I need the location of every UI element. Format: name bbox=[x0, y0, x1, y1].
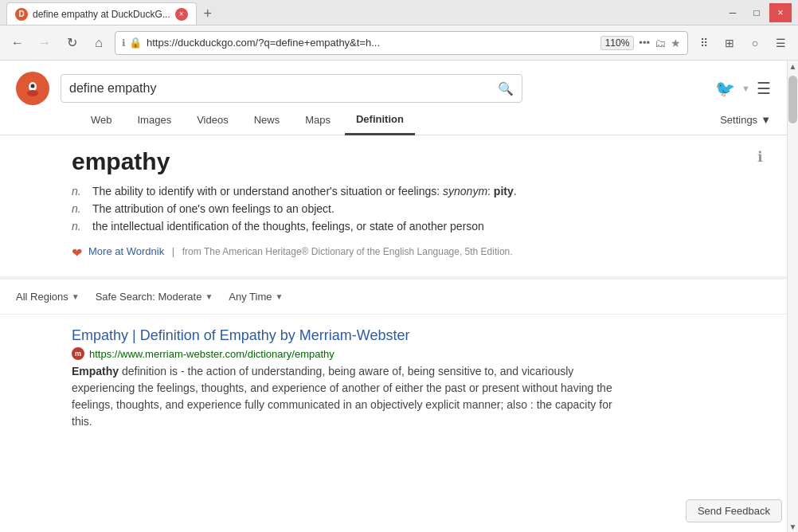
more-at-link[interactable]: More at Wordnik bbox=[88, 245, 164, 257]
more-options-icon[interactable]: ••• bbox=[639, 37, 650, 49]
ddg-right-controls: 🐦 ▼ ☰ bbox=[715, 79, 771, 98]
info-icon: ℹ bbox=[122, 37, 126, 49]
search-icon[interactable]: 🔍 bbox=[498, 81, 514, 96]
safe-search-label: Safe Search: Moderate bbox=[96, 291, 202, 303]
menu-button[interactable]: ☰ bbox=[769, 32, 792, 54]
definition-entry: n. The ability to identify with or under… bbox=[72, 185, 771, 198]
definition-section: ℹ empathy n. The ability to identify wit… bbox=[0, 135, 787, 280]
twitter-icon[interactable]: 🐦 bbox=[715, 79, 735, 98]
scroll-down-button[interactable]: ▼ bbox=[788, 521, 799, 532]
settings-tab[interactable]: Settings ▼ bbox=[720, 114, 771, 126]
result-url[interactable]: https://www.merriam-webster.com/dictiona… bbox=[89, 348, 334, 360]
ddg-header: 🔍 🐦 ▼ ☰ bbox=[0, 61, 787, 105]
more-at-content: More at Wordnik | from The American Heri… bbox=[88, 245, 513, 257]
time-label: Any Time bbox=[229, 291, 272, 303]
part-of-speech: n. bbox=[72, 185, 83, 198]
navigation-bar: ← → ↻ ⌂ ℹ 🔒 https://duckduckgo.com/?q=de… bbox=[0, 25, 798, 61]
definition-text: The ability to identify with or understa… bbox=[92, 185, 517, 198]
tab-title: define empathy at DuckDuckG... bbox=[33, 9, 170, 20]
window-controls: ─ □ × bbox=[722, 3, 798, 22]
svg-point-2 bbox=[31, 84, 35, 88]
search-input[interactable] bbox=[69, 81, 498, 96]
settings-dropdown-icon: ▼ bbox=[761, 114, 771, 126]
send-feedback-button[interactable]: Send Feedback bbox=[686, 499, 782, 522]
account-button[interactable]: ○ bbox=[744, 32, 766, 54]
definition-entry: n. The attribution of one's own feelings… bbox=[72, 202, 771, 215]
scroll-thumb[interactable] bbox=[788, 76, 797, 123]
ddg-logo bbox=[16, 72, 49, 105]
definition-text: The attribution of one's own feelings to… bbox=[92, 202, 334, 215]
tab-definition[interactable]: Definition bbox=[345, 105, 415, 135]
safe-search-filter[interactable]: Safe Search: Moderate ▼ bbox=[96, 291, 213, 303]
time-arrow: ▼ bbox=[275, 292, 283, 301]
heart-icon: ❤ bbox=[72, 245, 82, 260]
tab-favicon: D bbox=[15, 8, 28, 21]
sidebar-toggle[interactable]: ⠿ bbox=[693, 32, 715, 54]
reader-view[interactable]: ⊞ bbox=[718, 32, 741, 54]
restore-button[interactable]: □ bbox=[745, 3, 768, 22]
safe-search-arrow: ▼ bbox=[205, 292, 213, 301]
search-results: Empathy | Definition of Empathy by Merri… bbox=[0, 315, 787, 443]
new-tab-button[interactable]: + bbox=[197, 2, 219, 25]
snippet-text: definition is - the action of understand… bbox=[72, 365, 612, 428]
definition-entries: n. The ability to identify with or under… bbox=[72, 185, 771, 233]
definition-info-icon[interactable]: ℹ bbox=[757, 148, 763, 166]
minimize-button[interactable]: ─ bbox=[722, 3, 744, 22]
result-item: Empathy | Definition of Empathy by Merri… bbox=[72, 327, 771, 430]
bookmark-icon[interactable]: ★ bbox=[671, 37, 681, 49]
scrollbar[interactable]: ▲ ▼ bbox=[787, 61, 798, 532]
main-content: 🔍 🐦 ▼ ☰ Web Images Videos News Maps Defi… bbox=[0, 61, 787, 532]
tab-web[interactable]: Web bbox=[80, 106, 123, 135]
url-security-icons: ℹ 🔒 bbox=[122, 37, 142, 49]
scroll-track[interactable] bbox=[788, 72, 798, 521]
title-bar: D define empathy at DuckDuckG... × + ─ □… bbox=[0, 0, 798, 25]
part-of-speech: n. bbox=[72, 220, 83, 233]
close-button[interactable]: × bbox=[769, 3, 792, 22]
result-title[interactable]: Empathy | Definition of Empathy by Merri… bbox=[72, 327, 410, 343]
source-text: from The American Heritage® Dictionary o… bbox=[182, 246, 513, 257]
more-at-section: ❤ More at Wordnik | from The American He… bbox=[72, 245, 771, 260]
url-text: https://duckduckgo.com/?q=define+empathy… bbox=[147, 37, 596, 49]
refresh-button[interactable]: ↻ bbox=[61, 32, 83, 54]
regions-label: All Regions bbox=[16, 291, 68, 303]
result-favicon: m bbox=[72, 347, 84, 360]
tab-videos[interactable]: Videos bbox=[186, 106, 240, 135]
url-bar[interactable]: ℹ 🔒 https://duckduckgo.com/?q=define+emp… bbox=[115, 31, 688, 55]
nav-tabs: Web Images Videos News Maps Definition S… bbox=[0, 105, 787, 135]
tab-close-button[interactable]: × bbox=[175, 8, 188, 21]
result-url-row: m https://www.merriam-webster.com/dictio… bbox=[72, 347, 771, 360]
snippet-bold: Empathy bbox=[72, 365, 119, 377]
active-tab[interactable]: D define empathy at DuckDuckG... × bbox=[6, 2, 197, 25]
tab-images[interactable]: Images bbox=[127, 106, 183, 135]
part-of-speech: n. bbox=[72, 202, 83, 215]
search-filters: All Regions ▼ Safe Search: Moderate ▼ An… bbox=[0, 280, 787, 315]
tab-news[interactable]: News bbox=[243, 106, 291, 135]
scroll-up-button[interactable]: ▲ bbox=[788, 61, 799, 72]
svg-point-3 bbox=[27, 90, 38, 96]
browser-content: 🔍 🐦 ▼ ☰ Web Images Videos News Maps Defi… bbox=[0, 61, 798, 532]
twitter-dropdown[interactable]: ▼ bbox=[741, 84, 750, 93]
tab-maps[interactable]: Maps bbox=[294, 106, 342, 135]
regions-filter[interactable]: All Regions ▼ bbox=[16, 291, 80, 303]
definition-entry: n. the intellectual identification of th… bbox=[72, 220, 771, 233]
hamburger-menu[interactable]: ☰ bbox=[757, 79, 771, 98]
definition-text: the intellectual identification of the t… bbox=[92, 220, 484, 233]
result-snippet: Empathy definition is - the action of un… bbox=[72, 363, 613, 430]
home-button[interactable]: ⌂ bbox=[88, 32, 110, 54]
pocket-icon[interactable]: 🗂 bbox=[655, 37, 666, 49]
time-filter[interactable]: Any Time ▼ bbox=[229, 291, 283, 303]
back-button[interactable]: ← bbox=[6, 32, 29, 54]
ssl-icon: 🔒 bbox=[129, 37, 142, 49]
regions-arrow: ▼ bbox=[72, 292, 80, 301]
zoom-level: 110% bbox=[600, 36, 635, 50]
tab-bar: D define empathy at DuckDuckG... × + bbox=[0, 0, 722, 25]
pipe-divider: | bbox=[172, 245, 174, 257]
definition-word: empathy bbox=[72, 148, 771, 175]
forward-button[interactable]: → bbox=[33, 32, 56, 54]
nav-extras: ⠿ ⊞ ○ ☰ bbox=[693, 32, 792, 54]
search-box[interactable]: 🔍 bbox=[61, 74, 522, 103]
